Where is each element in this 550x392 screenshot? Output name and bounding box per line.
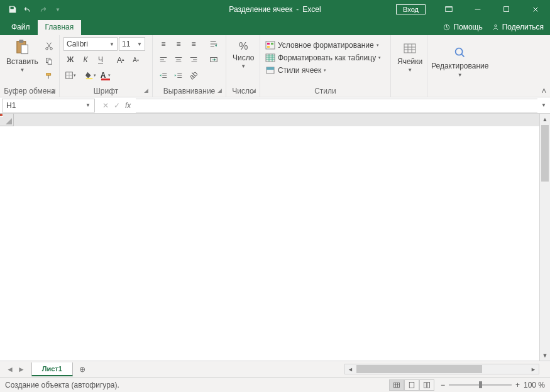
title-bar: ▼ Разделение ячеек - Excel Вход [0,0,550,19]
zoom-level[interactable]: 100 % [524,381,545,389]
svg-rect-14 [267,43,270,45]
zoom-control: − + 100 % [441,381,545,389]
copy-icon[interactable] [42,54,56,68]
align-center-icon[interactable] [172,53,185,67]
sheet-tab[interactable]: Лист1 [31,362,73,376]
dialog-launcher-icon[interactable]: ◢ [49,87,57,95]
grow-font-icon[interactable]: A▴ [114,53,128,67]
cell-styles-button[interactable]: Стили ячеек▾ [264,65,382,76]
scroll-down-icon[interactable]: ▼ [540,350,550,361]
page-layout-view-icon[interactable] [404,379,419,391]
add-sheet-icon[interactable]: ⊕ [75,362,89,376]
scroll-up-icon[interactable]: ▲ [540,114,550,124]
font-size-combo[interactable]: 11▼ [119,37,145,51]
group-label: Шрифт [94,87,118,95]
merge-icon[interactable] [207,53,221,67]
expand-formula-bar-icon[interactable]: ▼ [537,102,550,108]
formula-input[interactable] [136,99,537,112]
group-clipboard: Вставить ▼ Буфер обмена◢ [0,35,60,97]
align-right-icon[interactable] [187,53,201,67]
cells-area[interactable] [14,126,539,361]
column-headers[interactable] [14,114,539,126]
close-icon[interactable] [521,0,550,19]
undo-icon[interactable] [20,2,35,17]
quick-access-toolbar: ▼ [0,2,65,17]
tell-me[interactable]: Помощь [443,23,482,31]
wrap-text-icon[interactable] [207,37,221,51]
qat-dropdown-icon[interactable]: ▼ [50,2,65,17]
decrease-indent-icon[interactable] [157,68,170,82]
normal-view-icon[interactable] [389,379,404,391]
italic-button[interactable]: К [79,53,92,67]
ribbon-options-icon[interactable] [434,0,463,19]
bold-button[interactable]: Ж [63,53,77,67]
dialog-launcher-icon[interactable]: ◢ [142,87,150,95]
font-name-combo[interactable]: Calibri▼ [63,37,118,51]
zoom-slider[interactable] [449,384,512,386]
sheet-nav-prev-icon[interactable]: ◄ [6,365,14,374]
page-break-view-icon[interactable] [419,379,434,391]
select-all-button[interactable] [0,114,14,126]
shrink-font-icon[interactable]: A▾ [129,53,143,67]
svg-point-3 [495,24,497,26]
chevron-down-icon: ▼ [85,102,91,108]
svg-rect-6 [21,45,28,54]
maximize-icon[interactable] [492,0,521,19]
ribbon-tabs: Файл Главная Помощь Поделиться [0,19,550,35]
login-button[interactable]: Вход [396,4,426,14]
scroll-left-icon[interactable]: ◄ [348,366,353,373]
editing-button[interactable]: Редактирование ▼ [431,37,488,95]
vertical-scrollbar[interactable]: ▲ ▼ [539,114,550,361]
group-label: Стили [314,87,336,95]
underline-button[interactable]: Ч [94,53,107,67]
align-top-icon[interactable]: ≡ [157,37,170,51]
sheet-nav-next-icon[interactable]: ► [18,365,25,374]
collapse-ribbon-icon[interactable]: ᐱ [542,87,546,94]
save-icon[interactable] [5,2,20,17]
group-label: Выравнивание [163,87,216,95]
tab-Главная[interactable]: Главная [38,20,82,35]
redo-icon[interactable] [35,2,50,17]
scrollbar-thumb[interactable] [356,365,482,373]
align-middle-icon[interactable]: ≡ [172,37,185,51]
format-painter-icon[interactable] [42,69,56,83]
svg-rect-24 [424,382,426,388]
window-title: Разделение ячеек - Excel [229,5,321,14]
borders-icon[interactable]: ▾ [63,68,77,82]
scroll-right-icon[interactable]: ► [531,366,536,373]
format-as-table-button[interactable]: Форматировать как таблицу▾ [264,52,382,63]
cells-button[interactable]: Ячейки ▼ [395,37,425,95]
chevron-down-icon: ▼ [241,63,246,69]
dialog-launcher-icon[interactable]: ◢ [216,87,223,95]
name-box[interactable]: H1▼ [2,99,95,112]
group-editing: Редактирование ▼ [427,35,503,97]
orientation-icon[interactable]: ab [187,68,201,82]
tab-file[interactable]: Файл [4,20,38,35]
font-color-icon[interactable]: A▾ [99,68,113,82]
paste-button[interactable]: Вставить ▼ [4,37,41,87]
dialog-launcher-icon[interactable]: ◢ [250,87,257,95]
view-buttons [389,379,434,391]
number-format-button[interactable]: % Число ▼ [230,37,257,87]
increase-indent-icon[interactable] [172,68,185,82]
group-font: Calibri▼ 11▼ Ж К Ч A▴ A▾ ▾ ▾ A▾ Шрифт◢ [60,35,153,97]
zoom-in-icon[interactable]: + [515,381,520,389]
conditional-formatting-button[interactable]: Условное форматирование▾ [264,40,382,51]
cancel-formula-icon[interactable]: ✕ [102,101,109,110]
svg-rect-19 [267,67,274,70]
row-headers[interactable] [0,126,14,361]
fill-color-icon[interactable]: ▾ [84,68,97,82]
svg-rect-16 [267,46,270,48]
align-bottom-icon[interactable]: ≡ [187,37,201,51]
horizontal-scrollbar[interactable]: ◄ ► [344,364,539,374]
share-button[interactable]: Поделиться [492,23,544,31]
align-left-icon[interactable] [157,53,170,67]
enter-formula-icon[interactable]: ✓ [114,101,120,110]
svg-point-7 [46,48,48,50]
minimize-icon[interactable] [463,0,492,19]
zoom-out-icon[interactable]: − [441,381,445,389]
scrollbar-thumb[interactable] [541,125,549,182]
cut-icon[interactable] [42,39,56,53]
svg-rect-20 [404,44,415,53]
insert-function-icon[interactable]: fx [125,101,131,110]
